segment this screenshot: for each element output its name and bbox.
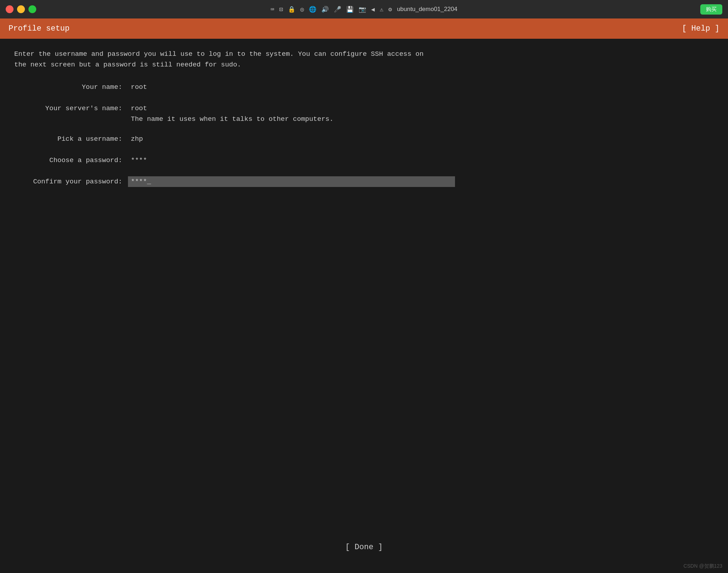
form-row-2: Pick a username: — [14, 134, 714, 144]
field-wrapper-2 — [128, 134, 714, 144]
field-hint-1: The name it uses when it talks to other … — [128, 115, 714, 123]
your-name-input[interactable] — [128, 82, 455, 92]
help-button[interactable]: [ Help ] — [682, 24, 719, 33]
camera-icon: 📷 — [359, 6, 366, 13]
username-input[interactable] — [128, 134, 455, 144]
form-label-0: Your name: — [14, 82, 128, 91]
confirm-password-input[interactable] — [128, 176, 455, 187]
keyboard-icon: ⌨ — [271, 6, 274, 13]
form-label-4: Confirm your password: — [14, 176, 128, 186]
titlebar-center: ⌨ ⊡ 🔒 ◎ 🌐 🔊 🎤 💾 📷 ◀ ⚠ ⚙ ubuntu_demo01_22… — [271, 6, 457, 13]
titlebar: ⌨ ⊡ 🔒 ◎ 🌐 🔊 🎤 💾 📷 ◀ ⚠ ⚙ ubuntu_demo01_22… — [0, 0, 728, 18]
form-label-1: Your server's name: — [14, 103, 128, 112]
description-line2: the next screen but a password is still … — [14, 59, 714, 70]
form-row-3: Choose a password: — [14, 155, 714, 166]
buy-button[interactable]: 购买 — [700, 4, 722, 15]
disk-icon: 💾 — [346, 6, 354, 13]
titlebar-right: 购买 — [700, 4, 722, 15]
settings-icon: ⚙ — [388, 6, 392, 13]
mic-icon: 🎤 — [334, 6, 341, 13]
profile-setup-title: Profile setup — [9, 24, 70, 33]
field-wrapper-0 — [128, 82, 714, 92]
watermark: CSDN @贺鹏123 — [684, 563, 722, 569]
record-icon: ◎ — [300, 6, 304, 13]
volume-icon: 🔊 — [321, 6, 329, 13]
profile-header: Profile setup [ Help ] — [0, 18, 728, 39]
done-button[interactable]: [ Done ] — [345, 543, 383, 552]
server-name-input[interactable] — [128, 103, 455, 114]
password-input[interactable] — [128, 155, 455, 166]
description-line1: Enter the username and password you will… — [14, 49, 714, 59]
display-icon: ⊡ — [279, 6, 283, 13]
warning-icon: ⚠ — [380, 6, 383, 13]
form-area: Your name:Your server's name:The name it… — [14, 82, 714, 187]
window-title: ubuntu_demo01_2204 — [397, 6, 457, 13]
close-button[interactable] — [6, 5, 14, 13]
form-label-2: Pick a username: — [14, 134, 128, 143]
field-wrapper-3 — [128, 155, 714, 166]
form-row-4: Confirm your password: — [14, 176, 714, 187]
form-label-3: Choose a password: — [14, 155, 128, 164]
main-content: Enter the username and password you will… — [0, 39, 728, 197]
titlebar-icons: ⌨ ⊡ 🔒 ◎ 🌐 🔊 🎤 💾 📷 ◀ ⚠ ⚙ — [271, 6, 392, 13]
terminal-window: Profile setup [ Help ] Enter the usernam… — [0, 18, 728, 573]
field-wrapper-4 — [128, 176, 714, 187]
play-icon: ◀ — [371, 6, 375, 13]
bottom-area: [ Done ] — [345, 543, 383, 552]
field-wrapper-1: The name it uses when it talks to other … — [128, 103, 714, 123]
minimize-button[interactable] — [17, 5, 25, 13]
globe-icon: 🌐 — [309, 6, 316, 13]
lock-icon: 🔒 — [288, 6, 295, 13]
form-row-0: Your name: — [14, 82, 714, 92]
maximize-button[interactable] — [28, 5, 36, 13]
traffic-lights — [6, 5, 36, 13]
form-row-1: Your server's name:The name it uses when… — [14, 103, 714, 123]
description: Enter the username and password you will… — [14, 49, 714, 70]
